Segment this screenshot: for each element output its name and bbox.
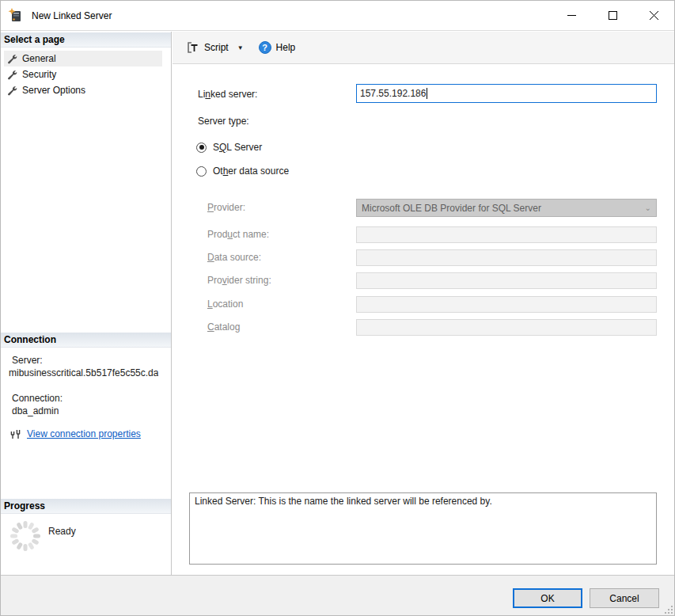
radio-other-data-source[interactable]: Other data source (196, 165, 289, 177)
help-icon: ? (259, 41, 271, 54)
connection-plug-icon (10, 428, 21, 439)
minimize-icon (567, 11, 576, 20)
sidebar-item-label: Security (22, 69, 56, 80)
close-button[interactable] (633, 1, 674, 30)
sidebar-item-label: General (22, 53, 56, 64)
progress-spinner-icon (9, 519, 42, 555)
script-button[interactable]: Script (183, 38, 233, 57)
wrench-icon (7, 70, 17, 80)
server-label: Server: (12, 355, 43, 366)
linked-server-label: Linked server: (198, 89, 257, 100)
catalog-label: Catalog (207, 321, 240, 333)
script-icon (187, 41, 199, 54)
server-value: mibusinesscritical.5b517fe5c55c.da (9, 367, 158, 378)
dialog-body: Select a page General Security Server Op… (1, 32, 674, 575)
select-a-page-header: Select a page (1, 32, 171, 48)
new-linked-server-dialog: New Linked Server Select a page General … (0, 0, 675, 616)
script-label: Script (204, 42, 229, 53)
toolbar: Script ▼ ? Help (173, 32, 674, 64)
maximize-button[interactable] (592, 1, 633, 30)
catalog-input[interactable] (356, 319, 657, 336)
product-name-input[interactable] (356, 226, 657, 243)
location-input[interactable] (356, 296, 657, 313)
radio-sql-server[interactable]: SQL Server (196, 142, 262, 153)
linked-server-input[interactable]: 157.55.192.186 (356, 84, 657, 103)
sidebar-item-security[interactable]: Security (4, 67, 162, 82)
chevron-down-icon: ⌄ (645, 203, 651, 212)
linked-server-value: 157.55.192.186 (360, 88, 426, 99)
view-connection-properties-row: View connection properties (10, 428, 141, 439)
sidebar-item-server-options[interactable]: Server Options (4, 82, 162, 98)
radio-selected-icon (196, 143, 207, 153)
window-controls (551, 1, 674, 30)
provider-string-label: Provider string: (207, 275, 271, 286)
radio-other-data-source-label: Other data source (213, 165, 289, 177)
progress-header: Progress (1, 499, 171, 514)
connection-header: Connection (1, 333, 171, 348)
title-bar: New Linked Server (1, 1, 674, 31)
provider-select-value: Microsoft OLE DB Provider for SQL Server (362, 203, 541, 214)
sidebar-item-label: Server Options (22, 85, 85, 96)
radio-sql-server-label: SQL Server (213, 142, 262, 153)
data-source-label: Data source: (207, 252, 261, 263)
wrench-icon (7, 86, 17, 96)
content-pane: Script ▼ ? Help Linked server: 157.55.19… (173, 32, 674, 575)
minimize-button[interactable] (551, 1, 592, 30)
progress-status: Ready (48, 526, 76, 537)
resize-grip[interactable] (665, 606, 673, 614)
maximize-icon (609, 11, 617, 20)
field-description-text: Linked Server: This is the name the link… (195, 496, 492, 507)
window-title: New Linked Server (32, 10, 112, 21)
data-source-input[interactable] (356, 249, 657, 266)
provider-label: Provider: (207, 202, 245, 213)
sidebar: Select a page General Security Server Op… (1, 32, 172, 575)
help-button[interactable]: ? Help (255, 38, 300, 57)
footer-bar: OK Cancel (1, 575, 674, 615)
view-connection-properties-link[interactable]: View connection properties (27, 428, 141, 439)
radio-unselected-icon (196, 166, 207, 177)
close-icon (650, 11, 658, 20)
field-description-box: Linked Server: This is the name the link… (189, 492, 657, 565)
connection-value: dba_admin (12, 405, 59, 416)
new-server-icon (8, 8, 24, 24)
provider-string-input[interactable] (356, 272, 657, 289)
script-dropdown-caret[interactable]: ▼ (233, 41, 248, 55)
help-label: Help (276, 42, 296, 53)
product-name-label: Product name: (207, 229, 269, 240)
sidebar-item-general[interactable]: General (4, 51, 162, 67)
server-type-label: Server type: (198, 116, 249, 127)
connection-label: Connection: (12, 393, 63, 404)
location-label: Location (207, 298, 243, 310)
wrench-icon (7, 54, 17, 64)
cancel-button[interactable]: Cancel (590, 588, 659, 608)
text-caret (427, 88, 427, 99)
ok-button[interactable]: OK (513, 588, 582, 608)
provider-select[interactable]: Microsoft OLE DB Provider for SQL Server… (356, 199, 657, 217)
